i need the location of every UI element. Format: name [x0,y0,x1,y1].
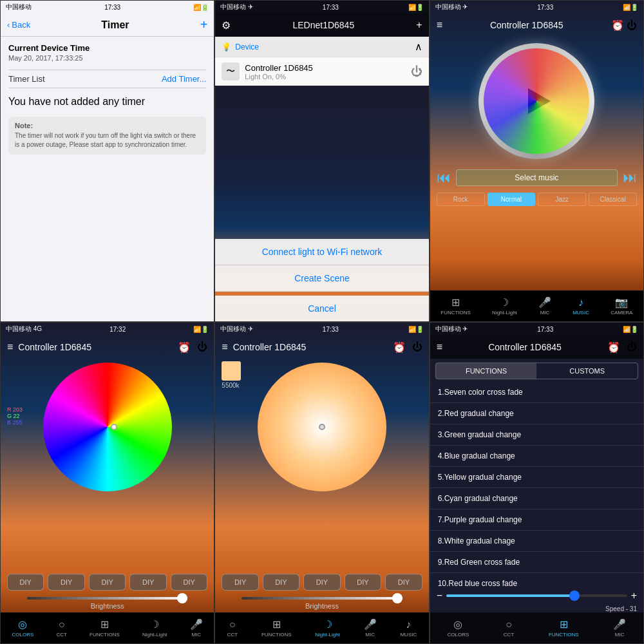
menu-icon-5[interactable]: ≡ [222,341,227,353]
menu-icon-6[interactable]: ≡ [437,341,442,353]
function-item-1[interactable]: 1.Seven color cross fade [430,382,643,403]
function-item-8[interactable]: 8.White gradual chage [430,531,643,552]
add-timer-nav-button[interactable]: + [200,17,208,32]
nav-cct-4[interactable]: ○ CCT [53,616,71,640]
function-item-3[interactable]: 3.Green gradual change [430,424,643,446]
diy-btn-5-2[interactable]: DIY [263,574,299,591]
signal-3: 📶🔋 [623,4,638,11]
mode-rock[interactable]: Rock [437,193,485,206]
timer-icon-6[interactable]: ⏰ [607,341,620,354]
diy-btn-5-3[interactable]: DIY [303,574,340,591]
diy-btn-5-5[interactable]: DIY [385,574,422,591]
device-icon: 〜 [222,62,240,80]
bottom-nav-6: ◎ COLORS ○ CCT ⊞ FUNCTIONS 🎤 MIC [430,612,643,643]
speed-plus-button[interactable]: + [631,590,637,601]
cct-wheel[interactable] [258,363,386,491]
power-icon-3[interactable]: ⏻ [627,20,637,31]
brightness-thumb-5[interactable] [392,593,402,603]
music-bg: 中国移动 ✈ 17:33 📶🔋 ≡ Controller 1D6845 ⏰ ⏻ [430,1,643,290]
function-item-7[interactable]: 7.Purple gradual change [430,509,643,531]
power-icon-5[interactable]: ⏻ [412,341,422,354]
nav-mic-3[interactable]: 🎤 MIC [535,294,555,318]
next-button[interactable]: ⏭ [623,169,637,186]
diy-btn-2[interactable]: DIY [48,574,84,591]
select-music-button[interactable]: Select music [456,169,618,186]
power-icon-6[interactable]: ⏻ [627,341,637,354]
nav-functions-4[interactable]: ⊞ FUNCTIONS [86,616,124,640]
diy-btn-1[interactable]: DIY [7,574,44,591]
mode-normal[interactable]: Normal [488,193,536,206]
diy-btn-5[interactable]: DIY [171,574,207,591]
diy-btn-4[interactable]: DIY [129,574,166,591]
nav-mic-6[interactable]: 🎤 MIC [609,616,630,640]
status-bar-1: 中国移动 17:33 📶🔋 [1,1,214,14]
functions-list: 1.Seven color cross fade 2.Red gradual c… [430,379,643,587]
diy-btn-3[interactable]: DIY [89,574,126,591]
nav-colors-4[interactable]: ◎ COLORS [8,616,38,640]
back-button[interactable]: ‹ Back [7,20,30,30]
prev-button[interactable]: ⏮ [437,169,451,186]
nav-nightlight-3[interactable]: ☽ Night-Light [488,294,521,318]
nav-mic-4[interactable]: 🎤 MIC [186,616,207,640]
power-icon-4[interactable]: ⏻ [197,341,207,354]
power-icon[interactable]: ⏻ [411,65,422,79]
mic-icon-5: 🎤 [364,618,377,630]
nav-colors-6[interactable]: ◎ COLORS [443,616,473,640]
nav-nightlight-4[interactable]: ☽ Night-Light [138,616,171,640]
mode-jazz[interactable]: Jazz [538,193,586,206]
device-row[interactable]: 〜 Controller 1D6845 Light On, 0% ⏻ [215,57,428,86]
nav-functions-3[interactable]: ⊞ FUNCTIONS [437,294,475,318]
carrier-2: 中国移动 ✈ [220,3,253,12]
cct-icon-6: ○ [506,619,512,630]
speed-slider-thumb[interactable] [569,591,580,601]
nav-music-5[interactable]: ♪ MUSIC [396,616,421,640]
nav-functions-5[interactable]: ⊞ FUNCTIONS [258,616,296,640]
nav-camera-3[interactable]: 📷 CAMERA [607,294,636,318]
connect-wifi-action[interactable]: Connect light to Wi-Fi network [215,239,428,265]
tab-functions[interactable]: FUNCTIONS [436,363,537,379]
device-header-left: 💡 Device [222,43,259,52]
function-item-5[interactable]: 5.Yellow gradual change [430,467,643,488]
create-scene-action[interactable]: Create Scene [215,265,428,292]
carrier-4: 中国移动 4G [6,325,42,334]
diy-row-4: DIY DIY DIY DIY DIY [1,570,214,594]
mode-classical[interactable]: Classical [589,193,637,206]
speed-minus-button[interactable]: − [437,590,442,601]
functions-icon-6: ⊞ [560,618,568,630]
chevron-up-icon[interactable]: ∧ [415,41,422,53]
nav-music-3[interactable]: ♪ MUSIC [569,294,593,318]
diy-btn-5-4[interactable]: DIY [345,574,381,591]
add-device-button[interactable]: + [416,19,422,31]
nav-cct-6[interactable]: ○ CCT [500,616,518,640]
music-icon-5: ♪ [406,619,411,630]
speed-slider[interactable] [446,594,627,597]
function-item-9[interactable]: 9.Red Green cross fade [430,552,643,573]
tab-customs[interactable]: CUSTOMS [536,363,638,379]
function-item-4[interactable]: 4.Blue gradual change [430,446,643,467]
settings-icon[interactable]: ⚙ [222,19,231,32]
function-item-2[interactable]: 2.Red gradual change [430,403,643,424]
menu-icon-4[interactable]: ≡ [7,341,13,353]
device-status: Light On, 0% [245,73,313,80]
nav-functions-6[interactable]: ⊞ FUNCTIONS [545,616,583,640]
nav-cct-5[interactable]: ○ CCT [223,616,242,640]
color-wheel[interactable] [43,363,172,491]
functions-icon-4: ⊞ [100,618,109,630]
diy-btn-5-1[interactable]: DIY [222,574,258,591]
cancel-action[interactable]: Cancel [215,296,428,321]
status-bar-3: 中国移动 ✈ 17:33 📶🔋 [430,1,643,14]
camera-icon-3: 📷 [615,296,628,308]
nav-nightlight-5[interactable]: ☽ Night-Light [311,616,344,640]
add-timer-button[interactable]: Add Timer... [162,74,206,84]
timer-icon-3[interactable]: ⏰ [611,20,624,31]
temp-value: 5500k [222,382,241,389]
mic-icon-3: 🎤 [538,296,551,308]
menu-icon-3[interactable]: ≡ [437,19,442,31]
function-item-6[interactable]: 6.Cyan gradual change [430,488,643,509]
note-body: The timer will not work if you turn off … [15,131,200,149]
timer-icon-4[interactable]: ⏰ [178,341,191,354]
function-item-10[interactable]: 10.Red blue cross fade [430,573,643,587]
device-name: Controller 1D6845 [245,63,313,73]
nav-mic-5[interactable]: 🎤 MIC [360,616,381,640]
timer-icon-5[interactable]: ⏰ [393,341,406,354]
